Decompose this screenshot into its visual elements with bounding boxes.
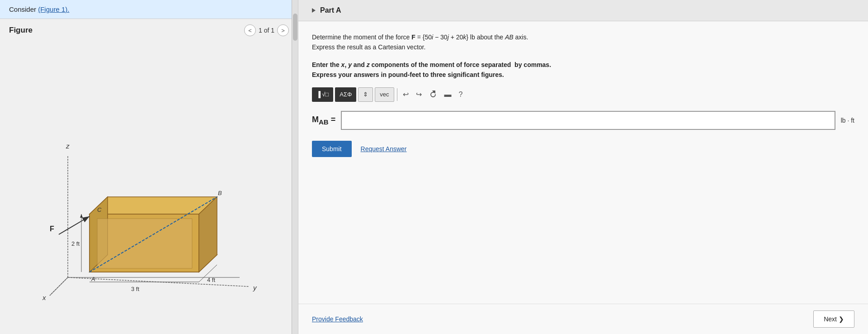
vec-button[interactable]: vec — [375, 87, 394, 102]
left-scrollbar[interactable] — [292, 0, 298, 334]
next-button[interactable]: Next ❯ — [813, 310, 854, 328]
help-button[interactable]: ? — [456, 89, 466, 100]
consider-bar: Consider (Figure 1). — [0, 0, 298, 19]
svg-text:3 ft: 3 ft — [131, 286, 139, 292]
submit-button[interactable]: Submit — [312, 141, 352, 157]
greek-button[interactable]: ΑΣΦ — [335, 87, 356, 102]
svg-text:4 ft: 4 ft — [207, 277, 215, 283]
consider-text: Consider — [9, 5, 38, 13]
reset-button[interactable] — [426, 89, 440, 100]
figure-header: Figure < 1 of 1 > — [0, 19, 298, 40]
figure-link[interactable]: (Figure 1). — [38, 5, 69, 13]
problem-line2: Express the result as a Cartesian vector… — [312, 42, 854, 52]
part-a-header: Part A — [298, 0, 868, 21]
next-arrow-icon: ❯ — [839, 315, 844, 323]
unit-label: lb · ft — [841, 117, 854, 124]
figure-title: Figure — [9, 26, 33, 35]
part-a-title: Part A — [320, 6, 341, 14]
format-icon: ▐ — [316, 91, 321, 98]
left-panel: Consider (Figure 1). Figure < 1 of 1 > x… — [0, 0, 298, 334]
svg-marker-13 — [97, 219, 192, 268]
instruction-line1: Enter the x, y and z components of the m… — [312, 60, 854, 70]
svg-text:2 ft: 2 ft — [71, 240, 80, 247]
nav-prev-button[interactable]: < — [244, 24, 256, 36]
svg-text:C: C — [97, 206, 102, 213]
problem-description: Determine the moment of the force F = {5… — [312, 32, 854, 52]
svg-text:z: z — [66, 142, 70, 150]
answer-input-wrapper — [341, 111, 835, 130]
vec-label: vec — [380, 91, 389, 98]
svg-marker-10 — [90, 197, 217, 214]
math-toolbar: ▐ √□ ΑΣΦ ⇕ vec ↩ ↪ ▬ — [312, 87, 854, 102]
figure-svg: x y z — [23, 74, 276, 300]
provide-feedback-button[interactable]: Provide Feedback — [312, 315, 363, 323]
nav-next-button[interactable]: > — [277, 24, 289, 36]
m-ab-sub: AB — [319, 118, 329, 125]
arrows-button[interactable]: ⇕ — [358, 87, 373, 102]
answer-input[interactable] — [342, 112, 834, 129]
keyboard-button[interactable]: ▬ — [442, 89, 454, 100]
sqrt-icon: √□ — [322, 91, 329, 98]
action-row: Submit Request Answer — [312, 141, 854, 157]
nav-current: 1 of 1 — [259, 27, 274, 34]
problem-line1: Determine the moment of the force F = {5… — [312, 32, 854, 42]
svg-text:B: B — [218, 190, 222, 196]
format-button[interactable]: ▐ √□ — [312, 87, 333, 102]
left-scrollbar-thumb — [293, 14, 297, 41]
nav-controls: < 1 of 1 > — [244, 24, 289, 36]
greek-label: ΑΣΦ — [340, 91, 352, 98]
svg-line-19 — [59, 216, 90, 234]
bottom-bar: Provide Feedback Next ❯ — [298, 304, 868, 334]
svg-text:F: F — [50, 225, 54, 233]
next-label: Next — [824, 315, 837, 323]
undo-button[interactable]: ↩ — [400, 88, 411, 100]
m-ab-label: MAB = — [312, 115, 335, 126]
arrows-icon: ⇕ — [363, 91, 368, 98]
answer-row: MAB = lb · ft — [312, 111, 854, 130]
right-panel: Part A Determine the moment of the force… — [298, 0, 868, 334]
toolbar-separator-1 — [397, 88, 397, 101]
collapse-icon[interactable] — [312, 8, 316, 13]
svg-text:y: y — [253, 284, 257, 291]
help-icon: ? — [459, 91, 463, 99]
redo-button[interactable]: ↪ — [413, 88, 425, 100]
svg-text:A: A — [91, 276, 95, 282]
svg-text:x: x — [42, 294, 46, 300]
instruction-text: Enter the x, y and z components of the m… — [312, 60, 854, 80]
content-area: Determine the moment of the force F = {5… — [298, 21, 868, 304]
instruction-line2: Express your answers in pound-feet to th… — [312, 70, 854, 80]
figure-area: x y z — [0, 40, 298, 334]
request-answer-button[interactable]: Request Answer — [361, 145, 407, 153]
